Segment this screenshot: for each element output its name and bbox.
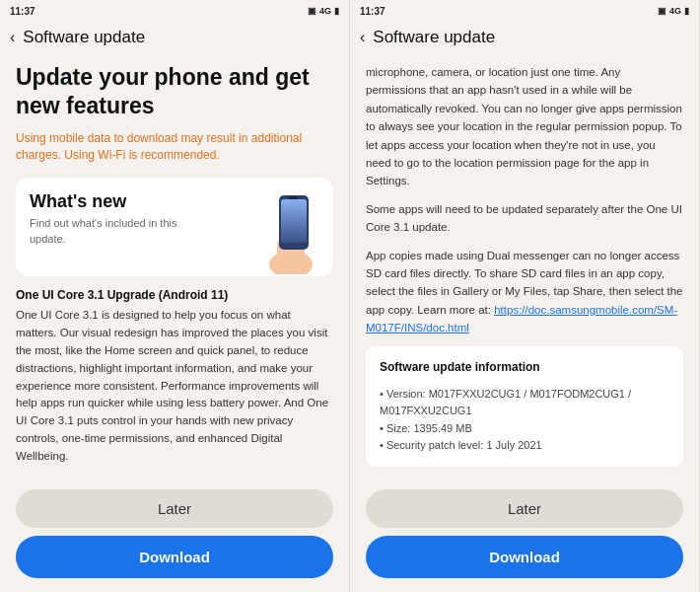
info-patch: • Security patch level: 1 July 2021 <box>380 437 669 455</box>
left-content: Update your phone and get new features U… <box>0 53 349 480</box>
main-title: Update your phone and get new features <box>16 63 333 120</box>
right-screen: 11:37 ▣ 4G ▮ ‹ Software update microphon… <box>350 0 700 592</box>
nav-title-right: Software update <box>373 28 495 47</box>
status-bar-right: 11:37 ▣ 4G ▮ <box>350 0 699 22</box>
svg-rect-4 <box>281 199 307 243</box>
svg-rect-5 <box>289 196 299 199</box>
top-nav-left: ‹ Software update <box>0 22 349 53</box>
right-para-3: App copies made using Dual messenger can… <box>366 247 683 337</box>
wifi-icon-right: ▣ <box>658 6 666 16</box>
info-size: • Size: 1395.49 MB <box>380 420 669 438</box>
signal-icon-right: 4G <box>669 6 681 16</box>
back-button-right[interactable]: ‹ <box>360 29 365 46</box>
whats-new-card: What's new Find out what's included in t… <box>16 178 333 276</box>
right-para-1: microphone, camera, or location just one… <box>366 63 683 190</box>
phone-illustration <box>259 185 323 269</box>
status-icons-left: ▣ 4G ▮ <box>308 6 339 16</box>
status-icons-right: ▣ 4G ▮ <box>658 6 689 16</box>
info-box-title: Software update information <box>380 358 669 377</box>
later-button-right[interactable]: Later <box>366 489 683 528</box>
warning-text: Using mobile data to download may result… <box>16 130 333 165</box>
left-screen: 11:37 ▣ 4G ▮ ‹ Software update Update yo… <box>0 0 350 592</box>
right-content: microphone, camera, or location just one… <box>350 53 699 480</box>
right-para-2: Some apps will need to be updated separa… <box>366 200 683 237</box>
download-button-left[interactable]: Download <box>16 536 333 578</box>
bottom-buttons-left: Later Download <box>0 480 349 592</box>
info-box: Software update information • Version: M… <box>366 346 683 467</box>
battery-icon-right: ▮ <box>684 6 689 16</box>
update-desc-text: One UI Core 3.1 is designed to help you … <box>16 307 333 465</box>
whats-new-subtitle: Find out what's included in this update. <box>30 216 187 247</box>
signal-icon: 4G <box>319 6 331 16</box>
download-button-right[interactable]: Download <box>366 536 683 578</box>
battery-icon: ▮ <box>334 6 339 16</box>
info-version: • Version: M017FXXU2CUG1 / M017FODM2CUG1… <box>380 386 669 420</box>
nav-title-left: Software update <box>23 28 145 47</box>
top-nav-right: ‹ Software update <box>350 22 699 53</box>
wifi-icon: ▣ <box>308 6 316 16</box>
back-button-left[interactable]: ‹ <box>10 29 15 46</box>
status-time-left: 11:37 <box>10 6 35 17</box>
update-desc-title: One UI Core 3.1 Upgrade (Android 11) <box>16 288 333 302</box>
status-bar-left: 11:37 ▣ 4G ▮ <box>0 0 349 22</box>
status-time-right: 11:37 <box>360 6 385 17</box>
later-button-left[interactable]: Later <box>16 489 333 528</box>
bottom-buttons-right: Later Download <box>350 480 699 592</box>
